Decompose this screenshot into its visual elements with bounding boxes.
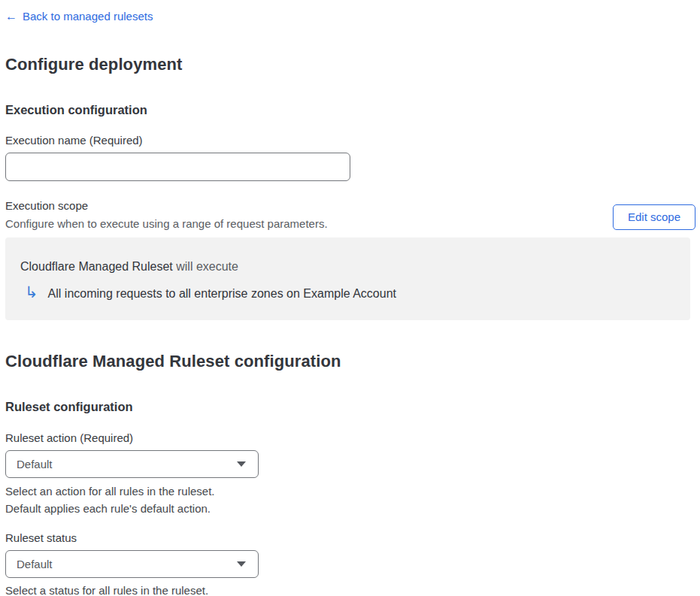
summary-ruleset-name: Cloudflare Managed Ruleset [20,260,173,273]
configure-deployment-page: ← Back to managed rulesets Configure dep… [0,0,700,596]
execution-scope-label: Execution scope [5,200,328,212]
execution-scope-text-block: Execution scope Configure when to execut… [5,200,328,230]
back-arrow-icon: ← [5,9,17,23]
summary-scope-text: All incoming requests to all enterprise … [48,286,396,301]
ruleset-action-help: Select an action for all rules in the ru… [5,483,695,517]
ruleset-status-label: Ruleset status [5,531,695,545]
back-link-label: Back to managed rulesets [23,9,153,23]
ruleset-action-help-line: Select an action for all rules in the ru… [5,483,695,500]
execution-scope-description: Configure when to execute using a range … [5,218,328,230]
ruleset-action-select[interactable]: Default [5,450,259,478]
ruleset-status-help-line: Select a status for all rules in the rul… [5,582,695,596]
ruleset-action-label: Ruleset action (Required) [5,431,695,445]
edit-scope-button[interactable]: Edit scope [613,204,695,230]
ruleset-action-selected-value: Default [17,458,53,470]
chevron-down-icon [237,561,246,567]
execution-name-label: Execution name (Required) [5,134,695,147]
execution-name-input[interactable] [5,153,350,181]
summary-scope-line: ↳ All incoming requests to all enterpris… [20,286,675,301]
chevron-down-icon [237,461,246,467]
back-to-managed-rulesets-link[interactable]: ← Back to managed rulesets [5,9,153,23]
execution-scope-row: Execution scope Configure when to execut… [5,200,695,230]
ruleset-status-select[interactable]: Default [5,550,259,578]
ruleset-configuration-title: Cloudflare Managed Ruleset configuration [5,351,695,372]
summary-line: Cloudflare Managed Ruleset will execute [20,259,675,274]
ruleset-action-help-line: Default applies each rule's default acti… [5,500,695,517]
ruleset-status-selected-value: Default [17,558,53,570]
execution-summary-panel: Cloudflare Managed Ruleset will execute … [5,237,690,320]
execution-configuration-heading: Execution configuration [5,102,695,117]
summary-will-execute: will execute [173,260,238,273]
page-title: Configure deployment [5,54,695,75]
ruleset-configuration-subheading: Ruleset configuration [5,399,695,414]
ruleset-status-help: Select a status for all rules in the rul… [5,582,695,596]
branch-arrow-icon: ↳ [25,284,38,300]
